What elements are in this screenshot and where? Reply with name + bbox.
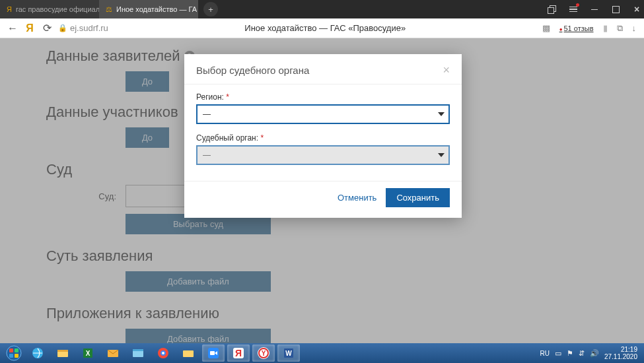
taskbar-explorer-icon[interactable] <box>52 345 74 362</box>
svg-rect-3 <box>9 354 13 358</box>
taskbar-clock[interactable]: 21:19 27.11.2020 <box>604 346 637 360</box>
svg-rect-4 <box>15 354 18 358</box>
add-applicant-button[interactable]: До <box>125 71 169 92</box>
reviews-link[interactable]: 51 отзыв <box>559 24 594 32</box>
add-file-button-2[interactable]: Добавить файл <box>125 329 271 343</box>
modal-close-icon[interactable]: × <box>443 63 450 77</box>
court-body-select[interactable]: — <box>196 145 450 165</box>
section-applicants-label: Данные заявителей <box>46 48 180 65</box>
modal-footer: Отменить Сохранить <box>184 181 462 218</box>
window-maximize-icon[interactable] <box>611 5 620 14</box>
download-icon[interactable]: ↓ <box>632 23 637 33</box>
add-participant-button[interactable]: До <box>125 127 169 148</box>
svg-rect-18 <box>210 351 215 355</box>
new-tab-button[interactable]: + <box>203 2 218 16</box>
svg-text:Я: Я <box>235 348 242 358</box>
extensions-icon[interactable]: ⧉ <box>617 23 623 34</box>
taskbar-chrome-icon[interactable] <box>152 345 174 362</box>
lock-icon: 🔒 <box>58 24 67 32</box>
address-bar: ← Я ⟳ 🔒 ej.sudrf.ru Иное ходатайство — Г… <box>0 18 644 38</box>
taskbar-files-icon[interactable] <box>127 345 149 362</box>
yandex-icon: Я <box>7 5 12 13</box>
bookmark-icon[interactable]: ▮ <box>603 23 608 33</box>
scales-icon: ⚖ <box>106 5 112 14</box>
tray-network-icon[interactable]: ⇵ <box>579 349 585 358</box>
tab-label: гас правосудие официаль <box>16 5 99 13</box>
back-button[interactable]: ← <box>4 22 21 34</box>
court-select-modal: Выбор судебного органа × Регион: * — Суд… <box>184 54 462 218</box>
url-text[interactable]: ej.sudrf.ru <box>70 23 108 33</box>
svg-rect-2 <box>15 348 18 352</box>
start-button[interactable] <box>3 344 25 362</box>
svg-text:Y: Y <box>262 350 266 357</box>
cancel-button[interactable]: Отменить <box>338 193 376 203</box>
taskbar-word-icon[interactable]: W <box>277 345 300 362</box>
taskbar-apps: X Я Y W <box>26 345 300 362</box>
system-tray: RU ▭ ⚑ ⇵ 🔊 21:19 27.11.2020 <box>540 346 641 360</box>
browser-titlebar: Я гас правосудие официаль ⚖ Иное ходатай… <box>0 0 644 18</box>
translate-icon[interactable]: ▩ <box>542 23 550 33</box>
tab-label: Иное ходатайство — ГА <box>116 5 197 13</box>
reload-button[interactable]: ⟳ <box>38 22 55 34</box>
page-title: Иное ходатайство — ГАС «Правосудие» <box>108 23 542 33</box>
window-close-icon[interactable]: × <box>632 5 641 14</box>
taskbar-mail-icon[interactable] <box>102 345 124 362</box>
taskbar-excel-icon[interactable]: X <box>77 345 99 362</box>
language-indicator[interactable]: RU <box>540 350 549 357</box>
add-file-button-1[interactable]: Добавить файл <box>125 271 271 292</box>
svg-rect-16 <box>183 350 194 357</box>
taskbar-yandex2-icon[interactable]: Y <box>252 345 275 362</box>
tray-action-icon[interactable]: ⚑ <box>567 349 573 358</box>
taskbar-yandex-icon[interactable]: Я <box>227 345 250 362</box>
tray-volume-icon[interactable]: 🔊 <box>590 349 599 358</box>
browser-tab-1[interactable]: Я гас правосудие официаль <box>0 0 99 18</box>
window-minimize-icon[interactable] <box>590 5 599 14</box>
court-body-label: Судебный орган: * <box>196 133 450 143</box>
region-select[interactable]: — <box>196 104 450 124</box>
windows-taskbar: X Я Y W RU ▭ ⚑ ⇵ 🔊 21:19 27.11.2020 <box>0 343 644 363</box>
clock-date: 27.11.2020 <box>604 353 637 360</box>
taskbar-folder-icon[interactable] <box>177 345 199 362</box>
modal-header: Выбор судебного органа × <box>184 54 462 84</box>
svg-text:X: X <box>86 350 90 357</box>
region-label: Регион: * <box>196 92 450 102</box>
window-menu-icon[interactable] <box>569 5 578 14</box>
browser-tab-2[interactable]: ⚖ Иное ходатайство — ГА × <box>99 0 198 18</box>
taskbar-zoom-icon[interactable] <box>202 345 225 362</box>
clock-time: 21:19 <box>604 346 637 353</box>
save-button[interactable]: Сохранить <box>386 188 450 207</box>
yandex-home-icon[interactable]: Я <box>21 22 38 34</box>
window-copy-icon[interactable] <box>548 5 557 14</box>
svg-point-0 <box>7 346 21 360</box>
modal-title: Выбор судебного органа <box>196 65 309 76</box>
tray-flag-icon[interactable]: ▭ <box>555 349 561 358</box>
svg-rect-12 <box>133 349 143 351</box>
svg-rect-7 <box>57 350 68 352</box>
svg-point-15 <box>162 352 164 354</box>
taskbar-ie-icon[interactable] <box>26 345 49 362</box>
court-label: Суд: <box>46 191 125 201</box>
svg-rect-1 <box>9 348 13 352</box>
svg-text:W: W <box>285 350 292 357</box>
section-subject: Суть заявления <box>46 248 598 265</box>
modal-body: Регион: * — Судебный орган: * — <box>184 84 462 181</box>
section-attachments: Приложения к заявлению <box>46 305 598 322</box>
